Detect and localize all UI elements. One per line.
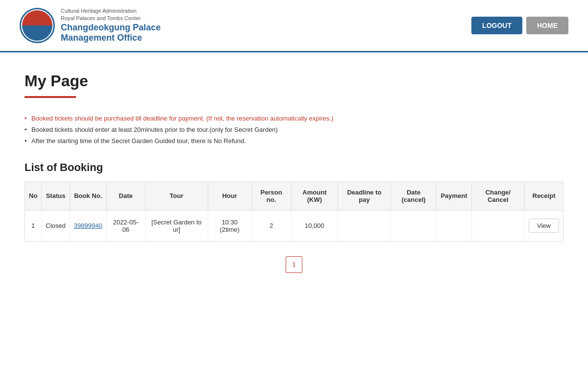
notice-item-3: After the starting time of the Secret Ga… [24,135,564,147]
col-change-cancel: Change/ Cancel [471,181,524,210]
site-header: Cultural Heritage Administration Royal P… [0,0,588,52]
logo-area: Cultural Heritage Administration Royal P… [20,7,161,44]
title-underline [24,96,76,98]
cell-tour: [Secret Garden to ur] [145,210,208,241]
col-person-no: Person no. [251,181,291,210]
view-button[interactable]: View [529,219,559,233]
logo-emblem [22,10,52,41]
logout-button[interactable]: LOGOUT [471,17,522,34]
cell-receipt: View [524,210,563,241]
page-title: My Page [24,72,564,90]
logo-circle [20,8,55,43]
cell-change-cancel [471,210,524,241]
org-line1: Cultural Heritage Administration [61,7,161,15]
notice-list: Booked tickets should be purchased till … [24,113,564,147]
logo-text: Cultural Heritage Administration Royal P… [61,7,161,44]
col-amount: Amount (KW) [291,181,338,210]
book-no-link[interactable]: 39899940 [74,222,102,229]
cell-no: 1 [25,210,42,241]
table-row: 1 Closed 39899940 2022-05-06 [Secret Gar… [25,210,564,241]
pagination: 1 [24,256,564,273]
col-receipt: Receipt [524,181,563,210]
cell-person-no: 2 [251,210,291,241]
home-button[interactable]: HOME [526,17,568,34]
col-tour: Tour [145,181,208,210]
cell-payment [437,210,471,241]
col-hour: Hour [208,181,251,210]
col-deadline: Deadline to pay [338,181,391,210]
col-payment: Payment [437,181,471,210]
logo-bottom-half [22,25,52,41]
notice-item-2: Booked tickets should enter at least 20m… [24,124,564,135]
col-date-cancel: Date (cancel) [391,181,437,210]
col-date: Date [106,181,145,210]
booking-table: No Status Book No. Date Tour Hour Person… [24,181,564,242]
palace-name: Changdeokgung Palace Management Office [61,23,161,44]
cell-deadline [338,210,391,241]
notice-item-1: Booked tickets should be purchased till … [24,113,564,124]
col-status: Status [42,181,70,210]
col-no: No [25,181,42,210]
cell-status: Closed [42,210,70,241]
logo-top-half [22,10,52,25]
org-line2: Royal Palaces and Tombs Center [61,15,161,22]
cell-date-cancel [391,210,437,241]
cell-amount: 10,000 [291,210,338,241]
cell-hour: 10:30 (2time) [208,210,251,241]
page-button-1[interactable]: 1 [286,256,302,273]
header-buttons: LOGOUT HOME [471,17,568,34]
col-book-no: Book No. [70,181,106,210]
cell-date: 2022-05-06 [106,210,145,241]
cell-book-no: 39899940 [70,210,106,241]
table-header-row: No Status Book No. Date Tour Hour Person… [25,181,564,210]
main-content: My Page Booked tickets should be purchas… [0,52,588,293]
section-title: List of Booking [24,161,564,174]
